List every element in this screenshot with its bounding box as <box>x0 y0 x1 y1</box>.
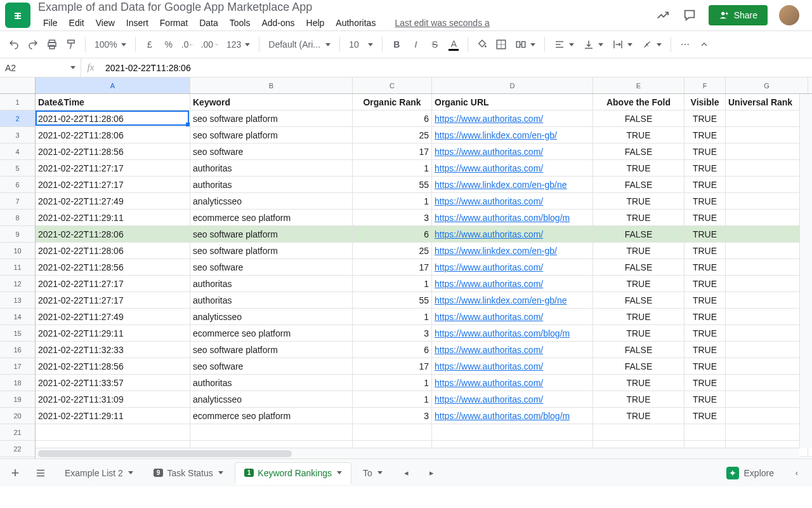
sheet-tab-example-list-2[interactable]: Example List 2 <box>56 463 142 483</box>
url-link[interactable]: https://www.linkdex.com/en-gb/ne <box>435 180 567 190</box>
cell[interactable]: ecommerce seo platform <box>190 210 353 225</box>
cell[interactable]: TRUE <box>684 210 726 225</box>
undo-button[interactable] <box>5 36 23 53</box>
cell[interactable]: 2021-02-22T11:27:17 <box>36 177 190 192</box>
cell[interactable]: https://www.authoritas.com/ <box>432 144 593 159</box>
url-link[interactable]: https://www.linkdex.com/en-gb/ <box>435 246 557 256</box>
redo-button[interactable] <box>24 36 42 53</box>
cell[interactable] <box>726 226 808 242</box>
cell[interactable]: TRUE <box>684 342 726 358</box>
cell[interactable]: 2021-02-22T11:29:11 <box>36 210 190 225</box>
cell[interactable]: TRUE <box>684 144 726 159</box>
cell[interactable]: ecommerce seo platform <box>190 408 353 424</box>
cell[interactable]: 6 <box>353 226 432 242</box>
add-sheet-button[interactable]: + <box>5 463 25 483</box>
cell[interactable]: https://www.authoritas.com/blog/m <box>432 408 593 424</box>
row-header-22[interactable]: 22 <box>0 441 35 457</box>
sheets-logo[interactable] <box>5 3 30 28</box>
cell[interactable] <box>726 424 808 440</box>
row-header-13[interactable]: 13 <box>0 292 35 309</box>
cell[interactable]: 3 <box>353 408 432 424</box>
sheet-tab-task-status[interactable]: 9Task Status <box>145 463 232 483</box>
cell[interactable]: FALSE <box>593 144 684 159</box>
cell[interactable]: 1 <box>353 309 432 324</box>
cell[interactable] <box>726 127 808 143</box>
cell[interactable]: 17 <box>353 358 432 374</box>
cell[interactable]: seo software platform <box>190 342 353 358</box>
cell[interactable]: 2021-02-22T11:27:49 <box>36 309 190 324</box>
text-color-button[interactable]: A <box>445 36 462 53</box>
cell[interactable]: TRUE <box>593 160 684 176</box>
cell[interactable]: https://www.linkdex.com/en-gb/ <box>432 127 593 143</box>
cell[interactable]: 2021-02-22T11:28:56 <box>36 144 190 159</box>
cell[interactable]: TRUE <box>684 408 726 424</box>
cell[interactable]: authoritas <box>190 375 353 391</box>
cell[interactable] <box>432 424 593 440</box>
cell[interactable]: 1 <box>353 276 432 291</box>
row-header-16[interactable]: 16 <box>0 342 35 358</box>
cell[interactable]: analyticsseo <box>190 309 353 324</box>
url-link[interactable]: https://www.authoritas.com/ <box>435 279 543 289</box>
cell[interactable]: FALSE <box>593 342 684 358</box>
col-header-F[interactable]: F <box>684 77 726 93</box>
row-header-14[interactable]: 14 <box>0 309 35 325</box>
bold-button[interactable]: B <box>388 36 405 53</box>
cell[interactable]: https://www.authoritas.com/ <box>432 259 593 275</box>
cell[interactable]: FALSE <box>593 259 684 275</box>
cell[interactable]: TRUE <box>684 309 726 324</box>
menu-insert[interactable]: Insert <box>121 15 154 30</box>
url-link[interactable]: https://www.authoritas.com/ <box>435 229 543 239</box>
row-header-8[interactable]: 8 <box>0 210 35 226</box>
cell[interactable]: TRUE <box>684 391 726 407</box>
cell[interactable]: 2021-02-22T11:31:09 <box>36 391 190 407</box>
col-header-G[interactable]: G <box>726 77 808 93</box>
cell[interactable]: seo software platform <box>190 243 353 258</box>
menu-format[interactable]: Format <box>155 15 193 30</box>
cell[interactable]: Keyword <box>190 94 353 110</box>
cell[interactable]: seo software <box>190 144 353 159</box>
horizontal-scrollbar[interactable] <box>36 448 799 458</box>
cell[interactable]: TRUE <box>593 408 684 424</box>
cell[interactable]: 1 <box>353 391 432 407</box>
cell[interactable]: FALSE <box>593 177 684 192</box>
url-link[interactable]: https://www.linkdex.com/en-gb/ne <box>435 295 567 305</box>
cell[interactable]: https://www.authoritas.com/ <box>432 160 593 176</box>
cell[interactable]: https://www.authoritas.com/ <box>432 110 593 126</box>
cell[interactable]: 2021-02-22T11:27:17 <box>36 292 190 308</box>
cell[interactable]: TRUE <box>684 110 726 126</box>
sheet-tab-to[interactable]: To <box>354 463 391 483</box>
cell[interactable]: 3 <box>353 210 432 225</box>
menu-file[interactable]: File <box>38 15 63 30</box>
row-header-21[interactable]: 21 <box>0 424 35 441</box>
strikethrough-button[interactable]: S <box>426 36 443 53</box>
cell[interactable]: https://www.authoritas.com/ <box>432 226 593 242</box>
url-link[interactable]: https://www.authoritas.com/blog/m <box>435 411 570 421</box>
cell[interactable]: 2021-02-22T11:33:57 <box>36 375 190 391</box>
row-header-11[interactable]: 11 <box>0 259 35 276</box>
col-header-C[interactable]: C <box>353 77 432 93</box>
cell[interactable]: https://www.authoritas.com/ <box>432 375 593 391</box>
cell[interactable]: authoritas <box>190 276 353 291</box>
cell[interactable] <box>593 424 684 440</box>
row-header-10[interactable]: 10 <box>0 243 35 259</box>
url-link[interactable]: https://www.linkdex.com/en-gb/ <box>435 130 557 140</box>
cell[interactable] <box>726 210 808 225</box>
url-link[interactable]: https://www.authoritas.com/blog/m <box>435 213 570 223</box>
row-header-12[interactable]: 12 <box>0 276 35 292</box>
cell[interactable]: TRUE <box>684 226 726 242</box>
cell[interactable]: 1 <box>353 160 432 176</box>
cell[interactable]: TRUE <box>684 292 726 308</box>
cell[interactable]: TRUE <box>593 127 684 143</box>
cell[interactable] <box>726 276 808 291</box>
cell[interactable]: TRUE <box>684 375 726 391</box>
cell[interactable]: TRUE <box>593 391 684 407</box>
cell[interactable]: Above the Fold <box>593 94 684 110</box>
cell[interactable]: https://www.authoritas.com/ <box>432 391 593 407</box>
cell[interactable]: 55 <box>353 177 432 192</box>
cell[interactable] <box>726 259 808 275</box>
cell[interactable]: https://www.linkdex.com/en-gb/ne <box>432 177 593 192</box>
menu-view[interactable]: View <box>91 15 120 30</box>
cell[interactable]: 17 <box>353 144 432 159</box>
cell[interactable]: analyticsseo <box>190 193 353 209</box>
increase-decimal-button[interactable]: .00→ <box>199 36 221 53</box>
